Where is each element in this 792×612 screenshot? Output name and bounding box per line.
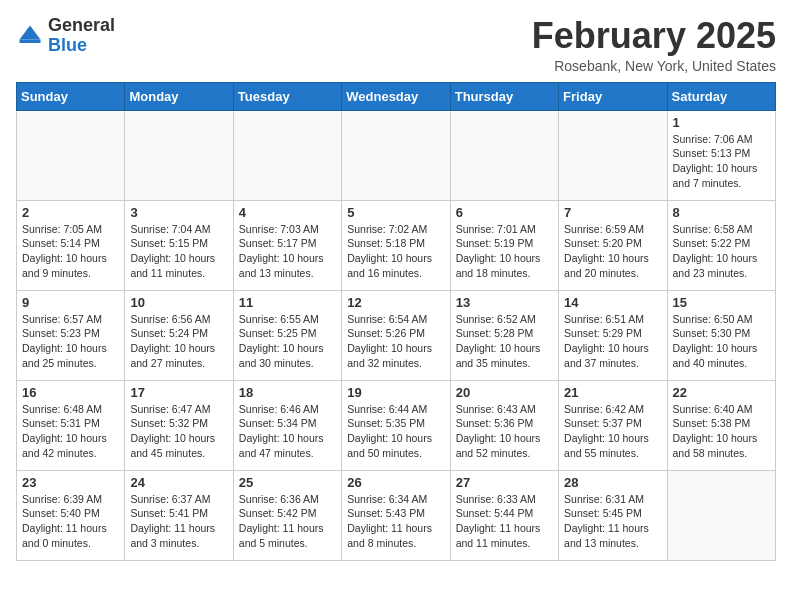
day-info: Sunrise: 7:04 AM Sunset: 5:15 PM Dayligh…: [130, 222, 227, 281]
calendar-day-cell: 5Sunrise: 7:02 AM Sunset: 5:18 PM Daylig…: [342, 200, 450, 290]
day-number: 5: [347, 205, 444, 220]
day-info: Sunrise: 6:55 AM Sunset: 5:25 PM Dayligh…: [239, 312, 336, 371]
calendar-day-cell: 24Sunrise: 6:37 AM Sunset: 5:41 PM Dayli…: [125, 470, 233, 560]
day-number: 27: [456, 475, 553, 490]
day-info: Sunrise: 6:31 AM Sunset: 5:45 PM Dayligh…: [564, 492, 661, 551]
calendar-day-cell: [233, 110, 341, 200]
svg-marker-0: [20, 25, 41, 39]
day-info: Sunrise: 7:06 AM Sunset: 5:13 PM Dayligh…: [673, 132, 770, 191]
day-number: 6: [456, 205, 553, 220]
day-info: Sunrise: 6:42 AM Sunset: 5:37 PM Dayligh…: [564, 402, 661, 461]
calendar-day-cell: 17Sunrise: 6:47 AM Sunset: 5:32 PM Dayli…: [125, 380, 233, 470]
calendar-day-cell: [667, 470, 775, 560]
weekday-header: Thursday: [450, 82, 558, 110]
calendar-day-cell: 22Sunrise: 6:40 AM Sunset: 5:38 PM Dayli…: [667, 380, 775, 470]
calendar-day-cell: 16Sunrise: 6:48 AM Sunset: 5:31 PM Dayli…: [17, 380, 125, 470]
day-number: 26: [347, 475, 444, 490]
day-number: 19: [347, 385, 444, 400]
day-info: Sunrise: 6:44 AM Sunset: 5:35 PM Dayligh…: [347, 402, 444, 461]
day-info: Sunrise: 6:59 AM Sunset: 5:20 PM Dayligh…: [564, 222, 661, 281]
day-number: 4: [239, 205, 336, 220]
calendar-day-cell: 4Sunrise: 7:03 AM Sunset: 5:17 PM Daylig…: [233, 200, 341, 290]
calendar-day-cell: 13Sunrise: 6:52 AM Sunset: 5:28 PM Dayli…: [450, 290, 558, 380]
day-info: Sunrise: 7:05 AM Sunset: 5:14 PM Dayligh…: [22, 222, 119, 281]
day-info: Sunrise: 6:37 AM Sunset: 5:41 PM Dayligh…: [130, 492, 227, 551]
logo-text: General Blue: [48, 16, 115, 56]
day-info: Sunrise: 6:58 AM Sunset: 5:22 PM Dayligh…: [673, 222, 770, 281]
day-info: Sunrise: 6:46 AM Sunset: 5:34 PM Dayligh…: [239, 402, 336, 461]
calendar-day-cell: [17, 110, 125, 200]
day-info: Sunrise: 6:36 AM Sunset: 5:42 PM Dayligh…: [239, 492, 336, 551]
weekday-header: Saturday: [667, 82, 775, 110]
day-number: 1: [673, 115, 770, 130]
day-number: 8: [673, 205, 770, 220]
location: Rosebank, New York, United States: [532, 58, 776, 74]
weekday-header: Sunday: [17, 82, 125, 110]
day-info: Sunrise: 6:40 AM Sunset: 5:38 PM Dayligh…: [673, 402, 770, 461]
calendar-day-cell: 18Sunrise: 6:46 AM Sunset: 5:34 PM Dayli…: [233, 380, 341, 470]
calendar-week-row: 1Sunrise: 7:06 AM Sunset: 5:13 PM Daylig…: [17, 110, 776, 200]
day-number: 12: [347, 295, 444, 310]
day-number: 9: [22, 295, 119, 310]
calendar-table: SundayMondayTuesdayWednesdayThursdayFrid…: [16, 82, 776, 561]
day-number: 16: [22, 385, 119, 400]
calendar-day-cell: 9Sunrise: 6:57 AM Sunset: 5:23 PM Daylig…: [17, 290, 125, 380]
day-info: Sunrise: 6:43 AM Sunset: 5:36 PM Dayligh…: [456, 402, 553, 461]
day-info: Sunrise: 7:02 AM Sunset: 5:18 PM Dayligh…: [347, 222, 444, 281]
calendar-day-cell: 6Sunrise: 7:01 AM Sunset: 5:19 PM Daylig…: [450, 200, 558, 290]
weekday-header: Monday: [125, 82, 233, 110]
calendar-week-row: 16Sunrise: 6:48 AM Sunset: 5:31 PM Dayli…: [17, 380, 776, 470]
day-number: 25: [239, 475, 336, 490]
day-number: 21: [564, 385, 661, 400]
day-number: 17: [130, 385, 227, 400]
calendar-day-cell: 20Sunrise: 6:43 AM Sunset: 5:36 PM Dayli…: [450, 380, 558, 470]
calendar-day-cell: 2Sunrise: 7:05 AM Sunset: 5:14 PM Daylig…: [17, 200, 125, 290]
calendar-day-cell: 25Sunrise: 6:36 AM Sunset: 5:42 PM Dayli…: [233, 470, 341, 560]
day-number: 23: [22, 475, 119, 490]
calendar-day-cell: 26Sunrise: 6:34 AM Sunset: 5:43 PM Dayli…: [342, 470, 450, 560]
day-info: Sunrise: 6:51 AM Sunset: 5:29 PM Dayligh…: [564, 312, 661, 371]
calendar-day-cell: 27Sunrise: 6:33 AM Sunset: 5:44 PM Dayli…: [450, 470, 558, 560]
day-info: Sunrise: 6:47 AM Sunset: 5:32 PM Dayligh…: [130, 402, 227, 461]
weekday-header: Friday: [559, 82, 667, 110]
day-number: 3: [130, 205, 227, 220]
day-info: Sunrise: 6:39 AM Sunset: 5:40 PM Dayligh…: [22, 492, 119, 551]
calendar-day-cell: 21Sunrise: 6:42 AM Sunset: 5:37 PM Dayli…: [559, 380, 667, 470]
day-number: 10: [130, 295, 227, 310]
day-info: Sunrise: 6:54 AM Sunset: 5:26 PM Dayligh…: [347, 312, 444, 371]
day-number: 7: [564, 205, 661, 220]
calendar-day-cell: 1Sunrise: 7:06 AM Sunset: 5:13 PM Daylig…: [667, 110, 775, 200]
page-header: General Blue February 2025 Rosebank, New…: [16, 16, 776, 74]
day-number: 20: [456, 385, 553, 400]
calendar-day-cell: 10Sunrise: 6:56 AM Sunset: 5:24 PM Dayli…: [125, 290, 233, 380]
calendar-day-cell: 7Sunrise: 6:59 AM Sunset: 5:20 PM Daylig…: [559, 200, 667, 290]
day-info: Sunrise: 7:01 AM Sunset: 5:19 PM Dayligh…: [456, 222, 553, 281]
logo: General Blue: [16, 16, 115, 56]
day-info: Sunrise: 6:56 AM Sunset: 5:24 PM Dayligh…: [130, 312, 227, 371]
calendar-day-cell: 23Sunrise: 6:39 AM Sunset: 5:40 PM Dayli…: [17, 470, 125, 560]
day-info: Sunrise: 7:03 AM Sunset: 5:17 PM Dayligh…: [239, 222, 336, 281]
day-number: 24: [130, 475, 227, 490]
calendar-day-cell: [559, 110, 667, 200]
calendar-day-cell: [125, 110, 233, 200]
day-number: 2: [22, 205, 119, 220]
day-number: 15: [673, 295, 770, 310]
day-info: Sunrise: 6:33 AM Sunset: 5:44 PM Dayligh…: [456, 492, 553, 551]
weekday-header-row: SundayMondayTuesdayWednesdayThursdayFrid…: [17, 82, 776, 110]
calendar-week-row: 2Sunrise: 7:05 AM Sunset: 5:14 PM Daylig…: [17, 200, 776, 290]
logo-blue: Blue: [48, 35, 87, 55]
title-block: February 2025 Rosebank, New York, United…: [532, 16, 776, 74]
logo-general: General: [48, 15, 115, 35]
weekday-header: Wednesday: [342, 82, 450, 110]
calendar-day-cell: 19Sunrise: 6:44 AM Sunset: 5:35 PM Dayli…: [342, 380, 450, 470]
calendar-week-row: 23Sunrise: 6:39 AM Sunset: 5:40 PM Dayli…: [17, 470, 776, 560]
day-info: Sunrise: 6:48 AM Sunset: 5:31 PM Dayligh…: [22, 402, 119, 461]
calendar-day-cell: [450, 110, 558, 200]
day-info: Sunrise: 6:50 AM Sunset: 5:30 PM Dayligh…: [673, 312, 770, 371]
weekday-header: Tuesday: [233, 82, 341, 110]
day-info: Sunrise: 6:34 AM Sunset: 5:43 PM Dayligh…: [347, 492, 444, 551]
logo-icon: [16, 22, 44, 50]
day-number: 14: [564, 295, 661, 310]
day-info: Sunrise: 6:52 AM Sunset: 5:28 PM Dayligh…: [456, 312, 553, 371]
month-title: February 2025: [532, 16, 776, 56]
